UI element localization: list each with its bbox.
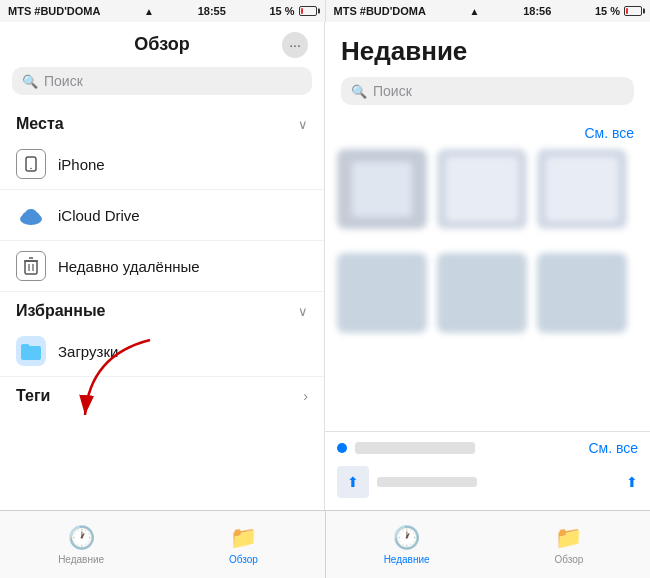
left-panel-title: Обзор — [134, 34, 189, 55]
menu-item-icloud[interactable]: iCloud Drive — [0, 190, 324, 241]
svg-point-1 — [30, 168, 32, 170]
left-search-bar[interactable]: 🔍 Поиск — [12, 67, 312, 95]
file-thumb-2 — [437, 149, 527, 229]
right-recent-label: Недавние — [384, 554, 430, 565]
bottom-dot-label — [337, 442, 475, 454]
blue-dot — [337, 443, 347, 453]
right-browse-icon: 📁 — [555, 525, 582, 551]
left-battery-icon — [299, 6, 317, 16]
places-chevron-icon: ∨ — [298, 117, 308, 132]
left-recent-label: Недавние — [58, 554, 104, 565]
left-battery-pct: 15 % — [269, 5, 294, 17]
left-recent-icon: 🕐 — [68, 525, 95, 551]
more-button[interactable]: ··· — [282, 32, 308, 58]
right-search-bar[interactable]: 🔍 Поиск — [341, 77, 634, 105]
right-time: 18:56 — [523, 5, 551, 17]
favorites-chevron-icon: ∨ — [298, 304, 308, 319]
right-tab-bar: 🕐 Недавние 📁 Обзор — [326, 511, 651, 578]
right-browse-label: Обзор — [554, 554, 583, 565]
icloud-icon — [16, 200, 46, 230]
left-browse-icon: 📁 — [230, 525, 257, 551]
icloud-label: iCloud Drive — [58, 207, 140, 224]
search-icon: 🔍 — [22, 74, 38, 89]
right-recent-icon: 🕐 — [393, 525, 420, 551]
menu-item-downloads[interactable]: Загрузки — [0, 326, 324, 377]
main-content: Обзор ··· 🔍 Поиск Места ∨ iPhone — [0, 22, 650, 510]
see-all-link-1[interactable]: См. все — [584, 125, 634, 141]
upload-icon-2: ⬆ — [626, 474, 638, 490]
ellipsis-icon: ··· — [289, 37, 301, 53]
left-tab-browse[interactable]: 📁 Обзор — [162, 511, 324, 578]
svg-point-5 — [25, 209, 37, 219]
file-thumb-1 — [337, 149, 427, 229]
file-thumb-5 — [437, 253, 527, 333]
right-status-right: 15 % — [595, 5, 642, 17]
right-search-placeholder: Поиск — [373, 83, 412, 99]
right-tab-recent[interactable]: 🕐 Недавние — [326, 511, 488, 578]
left-status-bar: MTS #BUD'DOMA ▲ 18:55 15 % — [0, 0, 326, 22]
left-panel: Обзор ··· 🔍 Поиск Места ∨ iPhone — [0, 22, 325, 510]
right-panel: Недавние 🔍 Поиск См. все — [325, 22, 650, 510]
left-browse-label: Обзор — [229, 554, 258, 565]
recently-deleted-label: Недавно удалённые — [58, 258, 200, 275]
left-time: 18:55 — [198, 5, 226, 17]
tags-section-header[interactable]: Теги › — [0, 377, 324, 411]
right-status-bar: MTS #BUD'DOMA ▲ 18:56 15 % — [326, 0, 651, 22]
right-battery-icon — [624, 6, 642, 16]
right-header: Недавние 🔍 Поиск — [325, 22, 650, 113]
right-tab-browse[interactable]: 📁 Обзор — [488, 511, 650, 578]
files-grid-bottom — [325, 249, 650, 345]
tab-bars: 🕐 Недавние 📁 Обзор 🕐 Недавние 📁 Обзор — [0, 510, 650, 578]
file-thumb-3 — [537, 149, 627, 229]
see-all-link-2[interactable]: См. все — [588, 440, 638, 456]
left-tab-recent[interactable]: 🕐 Недавние — [0, 511, 162, 578]
right-wifi-icon: ▲ — [470, 6, 480, 17]
places-section-header: Места ∨ — [0, 105, 324, 139]
bottom-section: См. все ⬆ ⬆ — [325, 431, 650, 510]
menu-item-recently-deleted[interactable]: Недавно удалённые — [0, 241, 324, 292]
left-search-placeholder: Поиск — [44, 73, 83, 89]
left-wifi-icon: ▲ — [144, 6, 154, 17]
left-carrier: MTS #BUD'DOMA — [8, 5, 100, 17]
left-header: Обзор ··· — [0, 22, 324, 63]
bottom-label-blurred — [355, 442, 475, 454]
tags-arrow-icon: › — [303, 388, 308, 404]
trash-icon — [16, 251, 46, 281]
phone-icon — [16, 149, 46, 179]
bottom-row-1: См. все — [337, 440, 638, 456]
file-preview-icon: ⬆ — [337, 466, 369, 498]
file-thumb-4 — [337, 253, 427, 333]
right-carrier: MTS #BUD'DOMA — [334, 5, 426, 17]
see-all-row-1: См. все — [325, 121, 650, 145]
right-battery-pct: 15 % — [595, 5, 620, 17]
left-status-right: 15 % — [269, 5, 316, 17]
favorites-section-header: Избранные ∨ — [0, 292, 324, 326]
left-tab-bar: 🕐 Недавние 📁 Обзор — [0, 511, 326, 578]
iphone-label: iPhone — [58, 156, 105, 173]
files-grid-top — [325, 145, 650, 241]
menu-item-iphone[interactable]: iPhone — [0, 139, 324, 190]
right-search-icon: 🔍 — [351, 84, 367, 99]
favorites-title: Избранные — [16, 302, 106, 320]
file-preview-text — [377, 477, 477, 487]
file-thumb-6 — [537, 253, 627, 333]
bottom-file-preview: ⬆ ⬆ — [337, 462, 638, 502]
svg-rect-6 — [25, 261, 37, 274]
status-bars: MTS #BUD'DOMA ▲ 18:55 15 % MTS #BUD'DOMA… — [0, 0, 650, 22]
upload-icon: ⬆ — [347, 474, 359, 490]
right-panel-title: Недавние — [341, 36, 634, 67]
tags-title: Теги — [16, 387, 50, 405]
files-section: См. все — [325, 113, 650, 431]
downloads-folder-icon — [16, 336, 46, 366]
places-title: Места — [16, 115, 64, 133]
downloads-label: Загрузки — [58, 343, 118, 360]
